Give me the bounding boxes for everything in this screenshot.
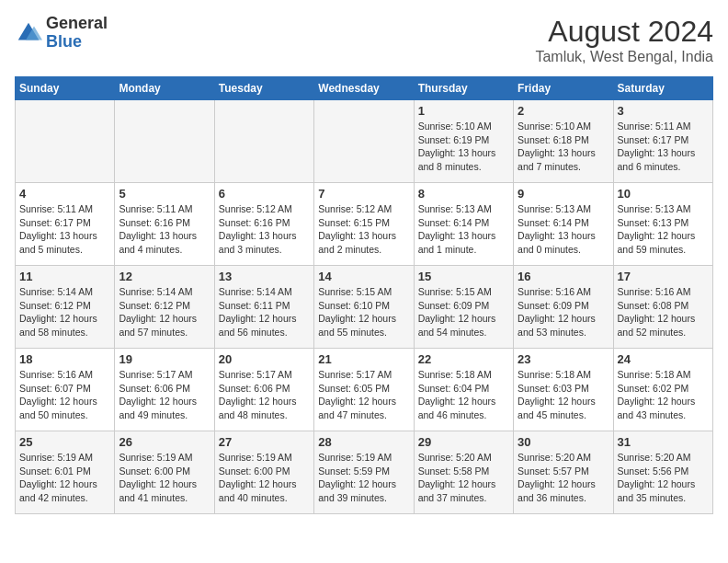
day-number: 25 — [19, 435, 110, 449]
day-info: Sunrise: 5:18 AM Sunset: 6:04 PM Dayligh… — [418, 368, 509, 422]
week-row-3: 11Sunrise: 5:14 AM Sunset: 6:12 PM Dayli… — [16, 266, 713, 349]
logo: General Blue — [15, 15, 108, 52]
day-header-thursday: Thursday — [414, 77, 513, 100]
day-cell: 13Sunrise: 5:14 AM Sunset: 6:11 PM Dayli… — [214, 266, 313, 349]
day-cell — [115, 100, 214, 183]
day-info: Sunrise: 5:16 AM Sunset: 6:09 PM Dayligh… — [518, 285, 609, 339]
day-info: Sunrise: 5:13 AM Sunset: 6:14 PM Dayligh… — [418, 202, 509, 257]
day-number: 26 — [119, 435, 210, 449]
header-row: SundayMondayTuesdayWednesdayThursdayFrid… — [16, 77, 713, 100]
day-info: Sunrise: 5:14 AM Sunset: 6:12 PM Dayligh… — [19, 285, 110, 339]
day-info: Sunrise: 5:16 AM Sunset: 6:07 PM Dayligh… — [19, 368, 110, 422]
day-number: 15 — [418, 270, 509, 283]
day-number: 1 — [418, 104, 509, 118]
day-cell: 16Sunrise: 5:16 AM Sunset: 6:09 PM Dayli… — [514, 266, 613, 349]
day-info: Sunrise: 5:12 AM Sunset: 6:15 PM Dayligh… — [318, 202, 409, 257]
day-cell: 26Sunrise: 5:19 AM Sunset: 6:00 PM Dayli… — [115, 431, 214, 514]
title-block: August 2024 Tamluk, West Bengal, India — [535, 15, 713, 65]
day-info: Sunrise: 5:13 AM Sunset: 6:14 PM Dayligh… — [518, 202, 609, 257]
day-number: 12 — [119, 270, 210, 283]
logo-icon — [15, 19, 42, 47]
day-info: Sunrise: 5:11 AM Sunset: 6:17 PM Dayligh… — [19, 202, 110, 257]
day-cell: 22Sunrise: 5:18 AM Sunset: 6:04 PM Dayli… — [414, 349, 513, 431]
day-cell: 2Sunrise: 5:10 AM Sunset: 6:18 PM Daylig… — [514, 100, 613, 183]
day-number: 2 — [518, 104, 609, 118]
day-info: Sunrise: 5:20 AM Sunset: 5:58 PM Dayligh… — [418, 451, 509, 505]
day-info: Sunrise: 5:10 AM Sunset: 6:18 PM Dayligh… — [518, 120, 609, 174]
day-info: Sunrise: 5:17 AM Sunset: 6:05 PM Dayligh… — [318, 368, 409, 422]
day-cell: 30Sunrise: 5:20 AM Sunset: 5:57 PM Dayli… — [514, 431, 613, 514]
day-cell: 4Sunrise: 5:11 AM Sunset: 6:17 PM Daylig… — [16, 183, 115, 266]
week-row-1: 1Sunrise: 5:10 AM Sunset: 6:19 PM Daylig… — [16, 100, 713, 183]
day-info: Sunrise: 5:20 AM Sunset: 5:57 PM Dayligh… — [518, 451, 609, 505]
day-info: Sunrise: 5:17 AM Sunset: 6:06 PM Dayligh… — [219, 368, 310, 422]
day-number: 14 — [318, 270, 409, 283]
calendar-title: August 2024 — [535, 15, 713, 49]
day-cell: 21Sunrise: 5:17 AM Sunset: 6:05 PM Dayli… — [314, 349, 414, 431]
day-info: Sunrise: 5:19 AM Sunset: 6:00 PM Dayligh… — [119, 451, 210, 505]
day-info: Sunrise: 5:17 AM Sunset: 6:06 PM Dayligh… — [119, 368, 210, 422]
day-header-monday: Monday — [115, 77, 214, 100]
week-row-5: 25Sunrise: 5:19 AM Sunset: 6:01 PM Dayli… — [16, 431, 713, 514]
day-number: 10 — [618, 187, 709, 201]
day-cell: 7Sunrise: 5:12 AM Sunset: 6:15 PM Daylig… — [314, 183, 414, 266]
day-number: 13 — [219, 270, 310, 283]
day-info: Sunrise: 5:13 AM Sunset: 6:13 PM Dayligh… — [618, 202, 709, 257]
day-cell: 19Sunrise: 5:17 AM Sunset: 6:06 PM Dayli… — [115, 349, 214, 431]
day-info: Sunrise: 5:11 AM Sunset: 6:17 PM Dayligh… — [618, 120, 709, 174]
day-info: Sunrise: 5:18 AM Sunset: 6:02 PM Dayligh… — [618, 368, 709, 422]
day-number: 31 — [618, 435, 709, 449]
day-cell — [214, 100, 313, 183]
day-cell: 14Sunrise: 5:15 AM Sunset: 6:10 PM Dayli… — [314, 266, 414, 349]
day-number: 17 — [618, 270, 709, 283]
day-cell: 18Sunrise: 5:16 AM Sunset: 6:07 PM Dayli… — [16, 349, 115, 431]
day-cell: 3Sunrise: 5:11 AM Sunset: 6:17 PM Daylig… — [613, 100, 712, 183]
day-number: 29 — [418, 435, 509, 449]
day-cell — [16, 100, 115, 183]
day-header-tuesday: Tuesday — [214, 77, 313, 100]
day-cell: 10Sunrise: 5:13 AM Sunset: 6:13 PM Dayli… — [613, 183, 712, 266]
day-number: 21 — [318, 352, 409, 366]
day-cell: 15Sunrise: 5:15 AM Sunset: 6:09 PM Dayli… — [414, 266, 513, 349]
day-header-friday: Friday — [514, 77, 613, 100]
day-cell: 27Sunrise: 5:19 AM Sunset: 6:00 PM Dayli… — [214, 431, 313, 514]
day-info: Sunrise: 5:12 AM Sunset: 6:16 PM Dayligh… — [219, 202, 310, 257]
day-cell: 5Sunrise: 5:11 AM Sunset: 6:16 PM Daylig… — [115, 183, 214, 266]
day-cell: 17Sunrise: 5:16 AM Sunset: 6:08 PM Dayli… — [613, 266, 712, 349]
day-number: 7 — [318, 187, 409, 201]
week-row-2: 4Sunrise: 5:11 AM Sunset: 6:17 PM Daylig… — [16, 183, 713, 266]
day-number: 23 — [518, 352, 609, 366]
day-info: Sunrise: 5:16 AM Sunset: 6:08 PM Dayligh… — [618, 285, 709, 339]
day-cell: 6Sunrise: 5:12 AM Sunset: 6:16 PM Daylig… — [214, 183, 313, 266]
day-number: 5 — [119, 187, 210, 201]
logo-line1: General — [46, 15, 108, 33]
day-cell: 24Sunrise: 5:18 AM Sunset: 6:02 PM Dayli… — [613, 349, 712, 431]
week-row-4: 18Sunrise: 5:16 AM Sunset: 6:07 PM Dayli… — [16, 349, 713, 431]
day-number: 8 — [418, 187, 509, 201]
logo-text: General Blue — [46, 15, 108, 52]
day-info: Sunrise: 5:20 AM Sunset: 5:56 PM Dayligh… — [618, 451, 709, 505]
day-number: 18 — [19, 352, 110, 366]
day-cell: 28Sunrise: 5:19 AM Sunset: 5:59 PM Dayli… — [314, 431, 414, 514]
day-cell: 1Sunrise: 5:10 AM Sunset: 6:19 PM Daylig… — [414, 100, 513, 183]
day-cell: 9Sunrise: 5:13 AM Sunset: 6:14 PM Daylig… — [514, 183, 613, 266]
day-number: 20 — [219, 352, 310, 366]
day-number: 24 — [618, 352, 709, 366]
day-number: 11 — [19, 270, 110, 283]
day-info: Sunrise: 5:19 AM Sunset: 6:01 PM Dayligh… — [19, 451, 110, 505]
logo-line2: Blue — [46, 33, 108, 52]
day-number: 27 — [219, 435, 310, 449]
day-info: Sunrise: 5:15 AM Sunset: 6:09 PM Dayligh… — [418, 285, 509, 339]
day-cell — [314, 100, 414, 183]
day-info: Sunrise: 5:14 AM Sunset: 6:11 PM Dayligh… — [219, 285, 310, 339]
day-cell: 23Sunrise: 5:18 AM Sunset: 6:03 PM Dayli… — [514, 349, 613, 431]
day-cell: 11Sunrise: 5:14 AM Sunset: 6:12 PM Dayli… — [16, 266, 115, 349]
day-number: 28 — [318, 435, 409, 449]
day-number: 16 — [518, 270, 609, 283]
day-info: Sunrise: 5:15 AM Sunset: 6:10 PM Dayligh… — [318, 285, 409, 339]
day-cell: 8Sunrise: 5:13 AM Sunset: 6:14 PM Daylig… — [414, 183, 513, 266]
day-number: 9 — [518, 187, 609, 201]
day-header-saturday: Saturday — [613, 77, 712, 100]
day-header-wednesday: Wednesday — [314, 77, 414, 100]
day-number: 3 — [618, 104, 709, 118]
